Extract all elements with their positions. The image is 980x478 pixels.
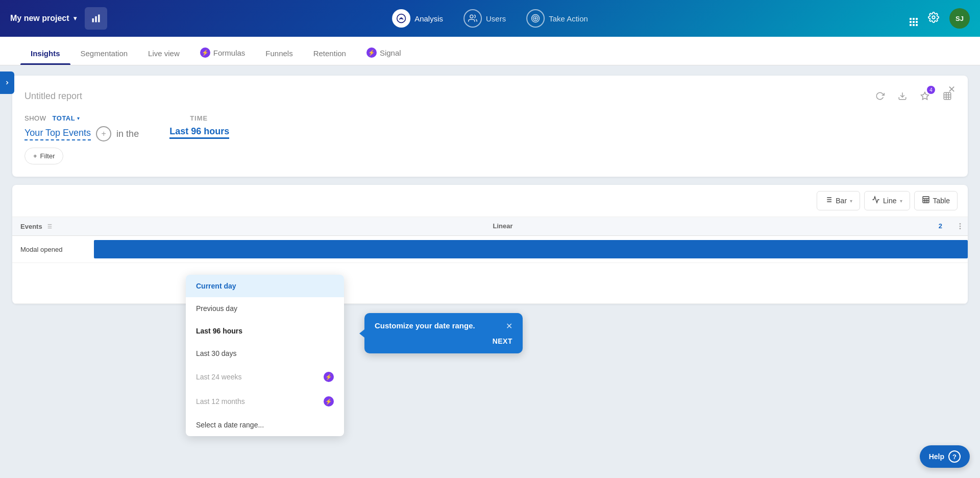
event-name: Modal opened: [12, 240, 94, 259]
project-title[interactable]: My new project ▾: [10, 14, 77, 23]
line-icon: [872, 196, 880, 206]
add-event-button[interactable]: +: [96, 126, 111, 141]
svg-rect-1: [95, 16, 96, 22]
table-icon: [922, 196, 930, 206]
last-24-weeks-bolt-icon: ⚡: [324, 372, 334, 382]
analytics-icon-box[interactable]: [85, 7, 107, 30]
filter-plus-icon: +: [33, 152, 37, 160]
controls-row: SHOW TOTAL ▾ Your Top Events + in the TI…: [24, 114, 955, 141]
line-label: Line: [883, 197, 896, 205]
tab-signal[interactable]: ⚡ Signal: [356, 40, 411, 65]
filter-label: Filter: [40, 152, 55, 160]
dropdown-item-last-96-hours[interactable]: Last 96 hours: [186, 320, 344, 342]
table-label: Table: [933, 197, 950, 205]
nav-right: SJ: [910, 8, 970, 29]
line-chevron-icon: ▾: [900, 198, 902, 204]
nav-take-action[interactable]: Take Action: [526, 9, 588, 28]
report-title: Untitled report: [24, 91, 82, 102]
tab-segmentation[interactable]: Segmentation: [70, 42, 138, 65]
bar-label: Bar: [836, 197, 847, 205]
analysis-icon: [396, 13, 406, 23]
table-row-empty: [12, 263, 968, 304]
line-chart-button[interactable]: Line ▾: [864, 191, 910, 210]
time-label: TIME: [190, 114, 229, 122]
users-icon: [468, 14, 477, 23]
refresh-icon[interactable]: [872, 88, 888, 104]
svg-point-9: [932, 16, 935, 19]
formulas-bolt-icon: ⚡: [200, 47, 210, 58]
total-chevron-icon: ▾: [77, 115, 80, 121]
bookmark-icon[interactable]: 4: [917, 88, 933, 104]
analysis-label: Analysis: [414, 14, 443, 23]
linear-column-header: Linear: [94, 222, 912, 230]
total-label: TOTAL: [53, 114, 76, 122]
svg-point-36: [960, 228, 961, 229]
table-button[interactable]: Table: [914, 191, 958, 210]
more-options-icon[interactable]: [952, 222, 968, 230]
report-card: Untitled report 4: [12, 76, 968, 177]
user-avatar[interactable]: SJ: [949, 8, 970, 29]
bar-icon: [824, 196, 832, 206]
settings-icon[interactable]: [928, 12, 939, 26]
dropdown-item-last-24-weeks[interactable]: Last 24 weeks ⚡: [186, 365, 344, 389]
chart-toolbar: Bar ▾ Line ▾: [12, 185, 968, 217]
close-icon[interactable]: ✕: [948, 84, 955, 95]
help-label: Help: [929, 452, 944, 461]
time-control: TIME Last 96 hours: [169, 114, 229, 137]
show-total-control[interactable]: SHOW TOTAL ▾: [24, 114, 139, 122]
sidebar-toggle[interactable]: [0, 71, 14, 94]
nav-users[interactable]: Users: [463, 9, 506, 28]
bar-area: [94, 236, 968, 262]
tooltip-close-icon[interactable]: ✕: [506, 321, 512, 331]
users-icon-ring: [463, 9, 482, 28]
bar-chart-button[interactable]: Bar ▾: [817, 191, 860, 210]
tab-insights[interactable]: Insights: [20, 42, 70, 65]
tooltip-next-button[interactable]: NEXT: [375, 337, 512, 345]
events-label[interactable]: Your Top Events: [24, 128, 91, 140]
data-bar: [94, 240, 968, 258]
dropdown-item-last-30-days[interactable]: Last 30 days: [186, 342, 344, 365]
svg-point-35: [960, 226, 961, 227]
chart-table-header: Events Linear 2: [12, 217, 968, 236]
nav-analysis[interactable]: Analysis: [392, 9, 443, 28]
help-button[interactable]: Help ?: [920, 445, 970, 468]
tooltip-header: Customize your date range. ✕: [375, 321, 512, 331]
events-column-header: Events: [12, 222, 94, 230]
analysis-icon-circle: [392, 9, 410, 28]
table-row: Modal opened: [12, 236, 968, 263]
users-label: Users: [486, 14, 506, 23]
sort-icon[interactable]: [45, 223, 53, 230]
help-circle-icon: ?: [948, 450, 961, 463]
filter-button[interactable]: + Filter: [24, 148, 63, 164]
number-column-header: 2: [912, 222, 952, 230]
tab-formulas[interactable]: ⚡ Formulas: [190, 40, 256, 65]
tab-live-view[interactable]: Live view: [138, 42, 190, 65]
in-the-label: in the: [116, 129, 139, 139]
bar-chevron-icon: ▾: [850, 198, 852, 204]
grid-apps-icon[interactable]: [910, 11, 918, 26]
tab-funnels[interactable]: Funnels: [255, 42, 303, 65]
take-action-icon-ring: [526, 9, 545, 28]
dropdown-item-select-date[interactable]: Select a date range...: [186, 414, 344, 436]
download-icon[interactable]: [894, 88, 911, 104]
report-header: Untitled report 4: [24, 88, 955, 104]
svg-rect-2: [98, 15, 100, 22]
tab-retention[interactable]: Retention: [303, 42, 356, 65]
dropdown-item-current-day[interactable]: Current day: [186, 275, 344, 297]
svg-marker-11: [921, 92, 929, 100]
report-actions: 4: [872, 88, 955, 104]
svg-point-7: [533, 16, 538, 21]
sub-nav: Insights Segmentation Live view ⚡ Formul…: [0, 37, 980, 65]
signal-bolt-icon: ⚡: [366, 47, 377, 58]
svg-point-34: [960, 223, 961, 225]
project-name-label: My new project: [10, 14, 69, 23]
time-selector[interactable]: Last 96 hours: [169, 126, 229, 139]
dropdown-item-last-12-months[interactable]: Last 12 months ⚡: [186, 389, 344, 414]
svg-point-5: [470, 15, 473, 18]
show-label: SHOW: [24, 114, 46, 122]
dropdown-item-previous-day[interactable]: Previous day: [186, 297, 344, 320]
project-chevron-icon: ▾: [74, 15, 77, 22]
svg-point-4: [400, 17, 402, 19]
svg-rect-0: [92, 18, 93, 22]
events-selector: Your Top Events + in the: [24, 126, 139, 141]
